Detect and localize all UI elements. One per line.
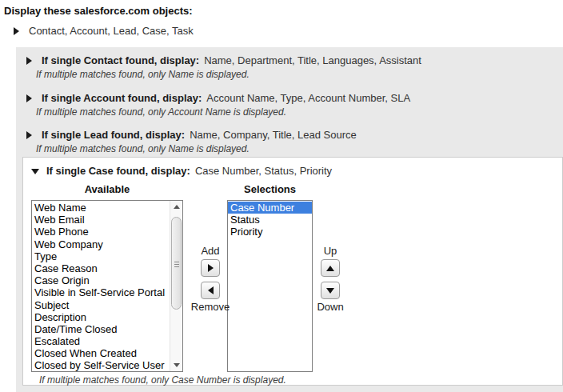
section-lead: If single Lead found, display: Name, Com… xyxy=(16,129,544,154)
left-arrow-icon xyxy=(208,286,214,294)
list-option[interactable]: Web Name xyxy=(32,202,169,214)
case-note: If multiple matches found, only Case Num… xyxy=(39,374,286,386)
section-account: If single Account found, display: Accoun… xyxy=(16,92,544,118)
add-remove-column: Add Remove xyxy=(191,245,230,313)
section-fields: Account Name, Type, Account Number, SLA xyxy=(206,92,410,104)
scrollbar-grip-icon xyxy=(174,262,179,262)
objects-summary-row[interactable]: Contact, Account, Lead, Case, Task xyxy=(14,25,194,37)
section-note: If multiple matches found, only Name is … xyxy=(36,69,544,80)
list-option[interactable]: Case Reason xyxy=(32,262,169,274)
section-fields: Case Number, Status, Priority xyxy=(195,165,332,177)
list-option[interactable]: Case Number xyxy=(228,202,312,214)
remove-button[interactable] xyxy=(201,282,220,299)
scrollbar-thumb[interactable] xyxy=(171,217,182,310)
list-option[interactable]: Closed by Self-Service User xyxy=(32,359,169,371)
list-option[interactable]: Closed When Created xyxy=(32,347,169,359)
section-label: If single Contact found, display: xyxy=(42,54,199,66)
list-option[interactable]: Date/Time Closed xyxy=(32,323,169,335)
list-option[interactable]: Status xyxy=(228,214,312,226)
section-contact-row[interactable]: If single Contact found, display: Name, … xyxy=(16,54,544,66)
list-option[interactable]: Priority xyxy=(228,226,312,238)
section-note: If multiple matches found, only Name is … xyxy=(36,143,544,154)
expanded-arrow-icon[interactable] xyxy=(31,169,39,174)
collapsed-arrow-icon[interactable] xyxy=(26,94,32,102)
section-fields: Name, Department, Title, Languages, Assi… xyxy=(204,54,421,66)
list-option[interactable]: Case Origin xyxy=(32,274,169,286)
available-listbox[interactable]: Web NameWeb EmailWeb PhoneWeb CompanyTyp… xyxy=(31,200,183,372)
list-option[interactable]: Description xyxy=(32,311,169,323)
collapsed-arrow-icon[interactable] xyxy=(26,131,32,139)
section-label: If single Lead found, display: xyxy=(42,129,185,141)
section-contact: If single Contact found, display: Name, … xyxy=(16,54,544,80)
add-button[interactable] xyxy=(201,259,220,277)
section-label: If single Account found, display: xyxy=(42,92,202,104)
down-button[interactable] xyxy=(321,282,340,299)
list-option[interactable]: Web Phone xyxy=(32,226,169,238)
section-case-row[interactable]: If single Case found, display: Case Numb… xyxy=(31,165,332,177)
section-label: If single Case found, display: xyxy=(46,165,190,177)
list-option[interactable]: Web Company xyxy=(32,238,169,250)
list-option[interactable]: Visible in Self-Service Portal xyxy=(32,286,169,298)
down-arrow-icon xyxy=(326,288,334,294)
available-column-label: Available xyxy=(31,183,183,195)
section-note: If multiple matches found, only Account … xyxy=(36,106,544,118)
list-option[interactable]: Web Email xyxy=(32,214,169,226)
collapsed-arrow-icon[interactable] xyxy=(14,27,19,35)
section-account-row[interactable]: If single Account found, display: Accoun… xyxy=(16,92,544,104)
up-label: Up xyxy=(324,245,337,257)
section-case-panel: If single Case found, display: Case Numb… xyxy=(22,157,563,386)
scroll-up-icon[interactable] xyxy=(170,201,183,213)
up-button[interactable] xyxy=(321,259,340,277)
objects-summary-text: Contact, Account, Lead, Case, Task xyxy=(29,25,194,37)
list-option[interactable]: Type xyxy=(32,250,169,262)
scroll-down-icon[interactable] xyxy=(170,359,183,371)
down-label: Down xyxy=(317,301,343,313)
collapsed-arrow-icon[interactable] xyxy=(26,57,32,65)
scrollbar[interactable] xyxy=(170,201,182,371)
list-option[interactable]: Subject xyxy=(32,299,169,311)
section-lead-row[interactable]: If single Lead found, display: Name, Com… xyxy=(16,129,544,141)
add-label: Add xyxy=(201,245,219,257)
up-arrow-icon xyxy=(326,266,334,271)
up-down-column: Up Down xyxy=(311,245,349,313)
page-title: Display these salesforce.com objects: xyxy=(4,5,193,17)
list-option[interactable]: Escalated xyxy=(32,335,169,347)
section-fields: Name, Company, Title, Lead Source xyxy=(190,129,357,141)
right-arrow-icon xyxy=(208,264,214,272)
remove-label: Remove xyxy=(191,301,230,313)
selections-listbox[interactable]: Case NumberStatusPriority xyxy=(227,200,313,372)
selections-column-label: Selections xyxy=(227,183,313,195)
